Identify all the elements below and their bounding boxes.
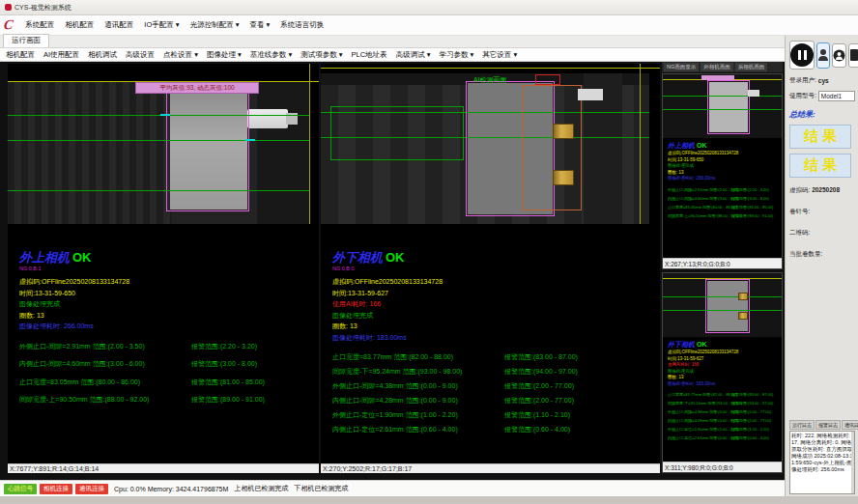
result-header: 外下相机 OK [668,340,782,350]
measurement-value: 内侧止口-定位=2.61mm 范围:(0.60 - 4.00) [332,425,504,434]
log-tab[interactable]: 运行日志 [789,420,815,430]
photo-lower [321,73,649,224]
roi-box-green [330,106,464,160]
menu-item[interactable]: 相机配置 [65,20,94,30]
toolbar-item[interactable]: 相机调试 [88,50,117,60]
alarm-range: 报警范围:(81.00 - 85.00) [731,205,782,210]
toolbar-item[interactable]: 基准线参数 ▾ [250,50,292,60]
measurement-row: 内侧止口-定位=2.61mm 范围:(0.60 - 4.00) 报警范围:(0.… [668,435,782,440]
app-logo: C [3,17,14,33]
measure-line-green [8,190,309,191]
info-line: 时间:13-31-59-650 [19,288,319,299]
ng-view-bottom[interactable]: 外下相机 OK 虚拟码:OFFline20250208133134728时间:1… [662,272,783,473]
alarm-range: 报警范围:(3.00 - 8.00) [731,196,782,201]
toolbar-item[interactable]: 学习参数 ▾ [439,50,473,60]
batch-count-label: 当批卷数量: [789,250,855,259]
upper-camera-status: 上相机已检测完成 [234,484,288,493]
menu-item[interactable]: 系统配置 [25,20,54,30]
measurement-row: 间隙宽度-上=90.50mm 范围:(88.00 - 92.00) 报警范围:(… [19,395,319,405]
info-line: 圈数: 13 [19,310,319,322]
measurement-value: 外侧止口-间隙=4.38mm 范围:(0.00 - 9.00) [332,381,504,391]
result-panel-upper: 外上相机 OK NG:0,B:1 虚拟码:OFFline202502081331… [8,224,319,463]
model-select[interactable]: Model1 [818,91,855,101]
exit-door-icon [849,48,858,62]
alarm-range: 报警范围:(2.00 - 77.00) [731,409,782,414]
toolbar-item[interactable]: AI使用配置 [43,50,79,60]
log-output[interactable]: 耗时: 222, 网络检测耗时: 17, 网络分离耗时: 0, 网络抓取分区耗时… [789,431,855,494]
menu-item[interactable]: IO手配置 ▾ [144,20,179,30]
camera-image-upper[interactable]: 平均灰值:93, 动态灰值:100 [8,64,319,224]
result-status-badge: OK [697,142,707,149]
title-bar: CYS-视觉检测系统 [0,0,858,15]
model-row: 使用型号: Model1 [789,91,855,101]
user-icon [817,48,829,62]
measurement-value: 内侧止口-间隙=4.28mm 范围:(0.00 - 9.00) [332,396,504,406]
toolbar-item[interactable]: 高级设置 [126,50,155,60]
toolbar-item[interactable]: 测试项参数 ▾ [300,50,342,60]
alarm-range: 报警范围:(83.00 - 87.00) [504,352,660,362]
measurement-row: 外侧止口-间隙=2.91mm 范围:(2.00 - 3.50) 报警范围:(2.… [19,342,319,351]
menu-item[interactable]: 查看 ▾ [249,20,270,30]
ng-tab[interactable]: 外相机画面 [701,63,733,71]
measurement-row: 止口宽度=83.77mm 范围:(82.00 - 88.00) 报警范围:(83… [668,392,782,397]
operator-icon [833,49,845,62]
log-scrollbar[interactable] [851,432,854,493]
roi-box-orange [522,85,582,210]
toolbar-item[interactable]: 点检设置 ▾ [163,50,198,60]
measure-line-green [663,310,782,311]
menu-items: 系统配置相机配置通讯配置IO手配置 ▾光源控制配置 ▾查看 ▾系统语言切换 [25,20,324,30]
menu-bar: C 系统配置相机配置通讯配置IO手配置 ▾光源控制配置 ▾查看 ▾系统语言切换 [0,15,858,36]
roi-box-magenta [166,88,249,211]
photo-upper [8,82,309,224]
measurement-value: 内侧止口-定位=2.61mm 范围:(0.60 - 4.00) [668,435,731,440]
toolbar-item[interactable]: PLC地址表 [352,50,387,60]
ng-tab[interactable]: 后相机画面 [735,63,768,71]
connector-part [578,89,603,100]
camera-name-label: 外下相机 [332,249,383,266]
camera-image-lower[interactable]: AI检测画面 [321,64,660,224]
info-line: 图像处理完成 [19,298,319,310]
info-line: 圈数: 13 [332,321,660,332]
measurement-row: 止口宽度=83.05mm 范围:(80.00 - 86.00) 报警范围:(81… [668,205,782,210]
measurement-value: 外侧止口-间隙=2.91mm 范围:(2.00 - 3.50) [668,187,731,192]
toolbar-item[interactable]: 相机配置 [6,50,35,60]
info-line: 虚拟码:OFFline20250208133134728 [332,276,660,288]
log-tab[interactable]: 通讯日志 [842,420,858,430]
measurement-list: 止口宽度=83.77mm 范围:(82.00 - 88.00) 报警范围:(83… [668,392,782,440]
login-user-row: 登录用户: cys [789,76,855,85]
user-login-button[interactable] [816,42,830,69]
toolbar-item[interactable]: 高级调试 ▾ [396,50,431,60]
result-header: 外上相机 OK [668,141,782,151]
alarm-range: 报警范围:(2.00 - 77.00) [504,396,660,406]
menu-item[interactable]: 系统语言切换 [280,20,324,30]
total-result-label: 总结果: [789,109,855,120]
measurement-row: 止口宽度=83.77mm 范围:(82.00 - 88.00) 报警范围:(83… [332,352,660,362]
gray-threshold-label: 平均灰值:93, 动态灰值:100 [135,82,259,94]
measurement-value: 内侧止口-间隙=4.60mm 范围:(3.00 - 6.00) [668,196,731,201]
measurement-value: 内侧止口-间隙=4.60mm 范围:(3.00 - 6.00) [19,359,191,369]
measurement-row: 内侧止口-间隙=4.28mm 范围:(0.00 - 9.00) 报警范围:(2.… [668,418,782,423]
tab-run-screen[interactable]: 运行画面 [3,34,49,47]
pause-button[interactable] [789,41,815,70]
ng-results-top: 外上相机 OK 虚拟码:OFFline20250208133134728时间:1… [663,138,782,258]
measurement-row: 内侧止口-间隙=4.60mm 范围:(3.00 - 6.00) 报警范围:(3.… [668,196,782,201]
log-tab[interactable]: 报警日志 [815,420,841,430]
measurement-value: 间隙宽度-下=95.24mm 范围:(93.00 - 98.00) [332,367,504,377]
roi-box-magenta [707,80,750,134]
tab-row: 运行画面 [0,36,785,48]
measurement-value: 止口宽度=83.05mm 范围:(80.00 - 86.00) [19,378,191,387]
operator-button[interactable] [832,43,846,68]
tool-bar: 相机配置AI使用配置相机调试高级设置点检设置 ▾图像处理 ▾基准线参数 ▾测试项… [0,48,785,62]
ng-view-top[interactable]: 外上相机 OK 虚拟码:OFFline20250208133134728时间:1… [662,73,783,269]
toolbar-item[interactable]: 其它设置 ▾ [482,50,517,60]
measurement-row: 内侧止口-间隙=4.60mm 范围:(3.00 - 6.00) 报警范围:(3.… [19,359,319,369]
ng-tab[interactable]: NG画面显示 [664,63,699,71]
menu-item[interactable]: 通讯配置 [104,20,133,30]
edge-yellow-line [640,64,641,224]
exit-button[interactable] [848,43,858,68]
pixel-coord-bar-ng-bottom: X:311;Y:980;R:0;G:0;B:0 [663,462,782,472]
info-lines: 虚拟码:OFFline20250208133134728时间:13-31-59-… [668,350,782,387]
toolbar-item[interactable]: 图像处理 ▾ [207,50,242,60]
menu-item[interactable]: 光源控制配置 ▾ [190,20,240,30]
ng-results-bottom: 外下相机 OK 虚拟码:OFFline20250208133134728时间:1… [663,337,782,462]
